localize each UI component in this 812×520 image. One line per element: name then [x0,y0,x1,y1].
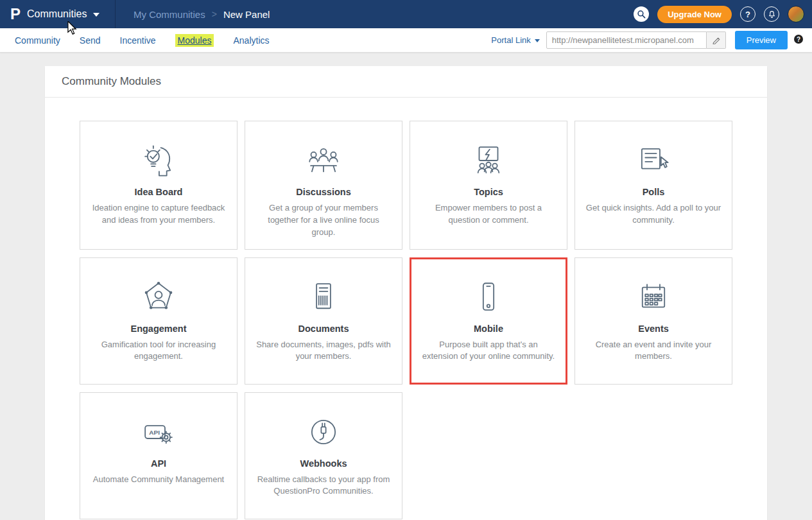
module-title: Events [585,324,721,334]
api-icon: API [91,410,227,455]
module-desc: Gamification tool for increasing engagem… [91,339,227,363]
help-question-mark: ? [745,10,750,19]
search-button[interactable] [634,6,649,22]
webhooks-icon [255,410,392,455]
portal-link-dropdown[interactable]: Portal Link [491,35,539,45]
chevron-down-icon [93,13,99,17]
module-title: Engagement [91,324,227,334]
edit-url-button[interactable] [707,31,726,49]
engagement-icon [91,275,227,320]
upgrade-now-button[interactable]: Upgrade Now [657,6,732,23]
tab-community[interactable]: Community [5,35,70,46]
portal-url-group [546,31,726,49]
module-desc: Get quick insights. Add a poll to your c… [585,202,721,227]
tab-community-label: Community [15,35,60,46]
preview-help-badge[interactable]: ? [794,35,803,44]
chevron-down-icon [535,39,540,42]
module-card-webhooks[interactable]: Webhooks Realtime callbacks to your app … [245,392,402,519]
tab-incentive-label: Incentive [120,35,156,46]
module-desc: Automate Community Management [91,474,227,486]
communities-menu-label: Communities [27,8,87,20]
svg-text:API: API [149,428,160,435]
module-desc: Share documents, images, pdfs with your … [255,339,392,363]
tab-send-label: Send [80,35,101,46]
module-card-api[interactable]: API API Automate Community Managem [80,392,238,519]
module-title: Topics [420,187,557,197]
module-title: API [91,458,227,469]
notifications-button[interactable] [764,6,779,22]
pencil-icon [712,36,720,44]
topbar-actions: Upgrade Now ? [634,6,812,23]
module-desc: Create an event and invite your members. [585,339,721,363]
breadcrumb: My Communities > New Panel [134,9,270,20]
tab-analytics-label: Analytics [233,35,269,46]
tab-modules[interactable]: Modules [166,35,224,46]
help-button[interactable]: ? [740,6,756,22]
breadcrumb-separator: > [212,9,217,19]
modules-grid-wrapper: Idea Board Ideation engine to capture fe… [45,98,767,520]
communities-menu[interactable]: P Communities [0,0,116,28]
top-bar: P Communities My Communities > New Panel… [0,0,812,28]
events-icon [585,275,721,320]
page-title: Community Modules [45,66,767,98]
breadcrumb-my-communities[interactable]: My Communities [134,9,205,20]
breadcrumb-current-panel: New Panel [223,9,270,20]
module-title: Polls [585,187,721,197]
topics-icon [420,138,557,183]
module-title: Mobile [420,324,557,334]
module-title: Idea Board [91,187,227,197]
user-avatar[interactable] [788,6,804,22]
module-card-engagement[interactable]: Engagement Gamification tool for increas… [80,257,238,385]
modules-grid: Idea Board Ideation engine to capture fe… [80,121,732,519]
module-card-events[interactable]: Events Create an event and invite your m… [574,257,732,385]
portal-link-label: Portal Link [491,35,530,45]
preview-button[interactable]: Preview [735,31,788,49]
search-icon [637,10,646,19]
module-card-topics[interactable]: Topics Empower members to post a questio… [410,121,567,250]
polls-icon [585,138,721,183]
discussions-icon [255,138,392,183]
bell-icon [768,10,776,19]
community-modules-card: Community Modules [45,66,767,520]
module-title: Discussions [255,187,392,197]
tab-incentive[interactable]: Incentive [110,35,166,46]
documents-icon [255,275,392,320]
module-card-mobile[interactable]: Mobile Purpose built app that's an exten… [410,257,567,385]
module-desc: Purpose built app that's an extension of… [420,339,557,363]
tab-send[interactable]: Send [70,35,110,46]
module-card-polls[interactable]: Polls Get quick insights. Add a poll to … [574,121,732,250]
module-desc: Empower members to post a question or co… [420,202,557,227]
module-desc: Get a group of your members together for… [255,202,392,239]
module-title: Webhooks [255,458,392,469]
tab-modules-label: Modules [175,34,214,47]
questionpro-logo: P [10,6,21,22]
module-desc: Realtime callbacks to your app from Ques… [255,474,392,498]
module-nav-bar: Community Send Incentive Modules Analyti… [0,28,812,53]
module-card-documents[interactable]: Documents Share documents, images, pdfs … [245,257,402,385]
module-card-idea-board[interactable]: Idea Board Ideation engine to capture fe… [80,121,238,250]
module-card-discussions[interactable]: Discussions Get a group of your members … [245,121,402,250]
portal-url-input[interactable] [546,31,707,49]
portal-link-area: Portal Link Preview ? [491,31,803,49]
idea-board-icon [91,138,227,183]
module-title: Documents [255,324,392,334]
mobile-icon [420,275,557,320]
tab-analytics[interactable]: Analytics [223,35,279,46]
module-desc: Ideation engine to capture feedback and … [91,202,227,227]
